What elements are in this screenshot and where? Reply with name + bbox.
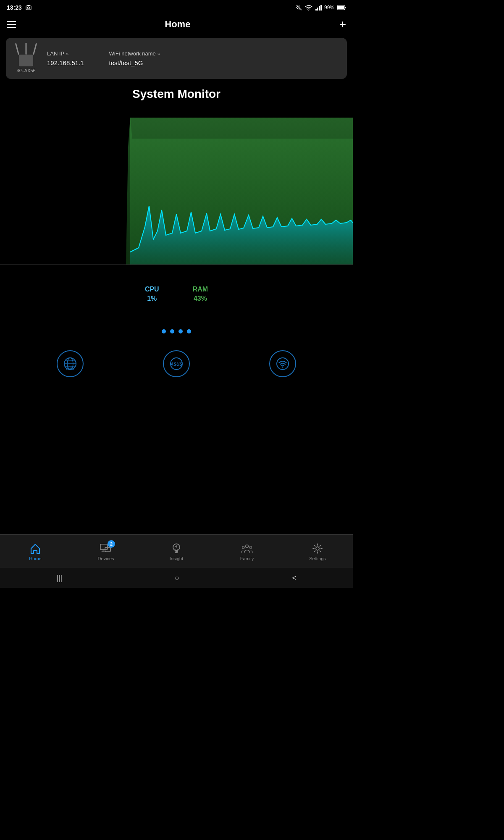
chart-area <box>0 105 353 281</box>
router-icon <box>16 44 37 66</box>
ram-value: 43% <box>194 295 207 302</box>
hamburger-menu[interactable] <box>7 21 16 28</box>
svg-rect-23 <box>100 544 108 549</box>
dot-4[interactable] <box>187 329 191 333</box>
cpu-label-group: CPU 1% <box>145 286 159 302</box>
monitor-chart <box>0 105 353 281</box>
add-button[interactable]: + <box>339 18 346 30</box>
devices-badge: 2 <box>108 540 115 548</box>
www-icon-circle: WWW <box>57 350 84 377</box>
dot-2[interactable] <box>170 329 174 333</box>
svg-point-4 <box>308 10 309 10</box>
cpu-label: CPU <box>145 286 159 293</box>
router-image: 4G-AX56 <box>13 44 39 73</box>
ram-label: RAM <box>193 286 208 293</box>
nav-family[interactable]: Family <box>234 543 260 561</box>
svg-rect-0 <box>26 6 31 10</box>
asus-icon-circle: ASUS <box>163 350 190 377</box>
router-card[interactable]: 4G-AX56 LAN IP » 192.168.51.1 WiFi netwo… <box>6 38 347 79</box>
cpu-value: 1% <box>147 295 157 302</box>
quick-action-www[interactable]: WWW <box>57 350 84 377</box>
nav-insight-label: Insight <box>170 556 183 561</box>
pagination-dots <box>0 329 353 333</box>
ram-label-group: RAM 43% <box>193 286 208 302</box>
time-text: 13:23 <box>7 4 22 11</box>
nav-devices[interactable]: 2 Devices <box>93 543 118 561</box>
home-icon <box>29 543 41 554</box>
nav-insight[interactable]: Insight <box>164 543 189 561</box>
system-monitor-title: System Monitor <box>0 87 353 101</box>
quick-actions: WWW ASUS <box>0 346 353 386</box>
svg-text:WWW: WWW <box>66 367 74 370</box>
nav-settings[interactable]: Settings <box>305 543 330 561</box>
nav-home-label: Home <box>29 556 41 561</box>
nav-devices-label: Devices <box>97 556 114 561</box>
svg-point-1 <box>27 7 29 9</box>
svg-point-32 <box>316 547 319 550</box>
svg-point-29 <box>246 545 249 548</box>
router-info: LAN IP » 192.168.51.1 WiFi network name … <box>47 50 160 66</box>
wifi-info: WiFi network name » test/test_5G <box>109 50 160 66</box>
nav-home[interactable]: Home <box>23 543 48 561</box>
asus-icon: ASUS <box>169 356 184 371</box>
lan-info: LAN IP » 192.168.51.1 <box>47 50 84 66</box>
svg-rect-10 <box>337 6 344 9</box>
wifi-label: WiFi network name <box>109 50 156 57</box>
chart-labels: CPU 1% RAM 43% <box>0 281 353 304</box>
svg-text:ASUS: ASUS <box>170 362 182 367</box>
devices-icon: 2 <box>100 543 112 554</box>
globe-icon: WWW <box>63 356 78 371</box>
nav-family-label: Family <box>240 556 254 561</box>
page-title: Home <box>165 19 190 30</box>
status-icons: 99% <box>296 4 346 11</box>
back-button[interactable]: < <box>292 574 297 583</box>
top-nav: Home + <box>0 15 353 34</box>
svg-rect-11 <box>345 7 346 8</box>
svg-point-30 <box>242 546 244 548</box>
lan-ip: 192.168.51.1 <box>47 59 84 66</box>
svg-rect-5 <box>315 9 317 10</box>
battery-icon <box>337 5 346 10</box>
status-bar: 13:23 99% <box>0 0 353 15</box>
home-button[interactable]: ○ <box>175 574 179 583</box>
wifi-icon <box>305 5 312 10</box>
mute-icon <box>296 4 302 11</box>
svg-rect-6 <box>317 8 318 10</box>
nav-settings-label: Settings <box>309 556 326 561</box>
router-name: 4G-AX56 <box>16 68 35 73</box>
wifi-action-icon <box>275 356 290 371</box>
insight-icon <box>171 543 182 554</box>
system-nav: ||| ○ < <box>0 568 353 588</box>
svg-rect-2 <box>27 5 30 6</box>
svg-rect-8 <box>320 5 322 10</box>
wifi-action-icon-circle <box>269 350 296 377</box>
wifi-chevron: » <box>158 51 160 56</box>
svg-point-22 <box>282 367 284 368</box>
lan-chevron: » <box>66 51 68 56</box>
svg-point-31 <box>249 546 252 548</box>
quick-action-asus[interactable]: ASUS <box>163 350 190 377</box>
svg-rect-7 <box>319 6 320 10</box>
dot-3[interactable] <box>178 329 183 333</box>
signal-icon <box>315 5 322 10</box>
status-time: 13:23 <box>7 4 32 11</box>
wifi-name: test/test_5G <box>109 59 160 66</box>
bottom-nav: Home 2 Devices Insight <box>0 534 353 568</box>
camera-icon <box>25 5 32 10</box>
recents-button[interactable]: ||| <box>56 574 62 583</box>
quick-action-wifi[interactable] <box>269 350 296 377</box>
dot-1[interactable] <box>162 329 166 333</box>
family-icon <box>241 543 253 554</box>
svg-point-21 <box>277 358 289 370</box>
lan-label: LAN IP <box>47 50 64 57</box>
battery-text: 99% <box>324 5 334 10</box>
settings-icon <box>312 543 323 554</box>
